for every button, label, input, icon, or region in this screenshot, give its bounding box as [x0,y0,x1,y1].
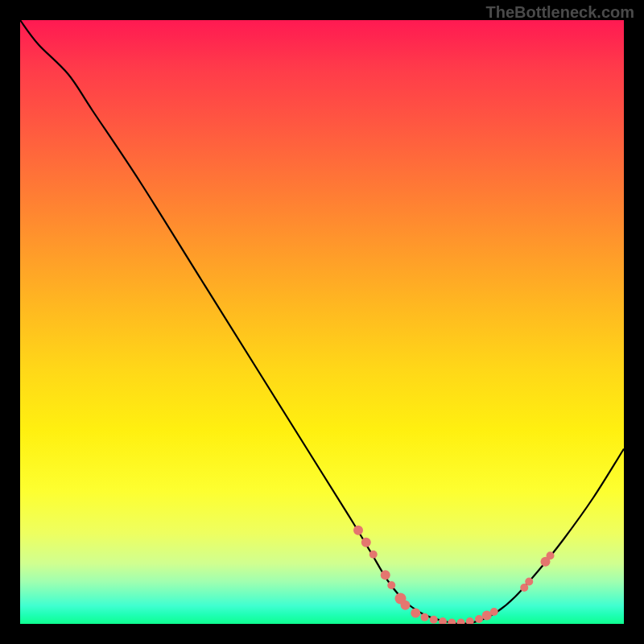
data-marker [381,570,390,580]
data-marker [401,601,411,610]
data-marker [466,617,474,624]
data-marker [490,608,498,616]
curve-chart [20,20,624,624]
data-marker [439,617,447,624]
data-marker [369,551,378,559]
data-marker [411,609,420,618]
data-marker [361,538,371,547]
data-marker [387,581,395,589]
data-marker [421,613,429,621]
data-markers [353,526,555,624]
watermark-text: TheBottleneck.com [486,3,634,22]
data-marker [457,619,465,625]
data-marker [448,619,456,625]
data-marker [547,551,555,559]
bottleneck-curve [20,20,624,624]
data-marker [525,578,533,586]
data-marker [475,615,483,623]
plot-area [20,20,624,624]
data-marker [430,616,438,624]
data-marker [353,526,363,535]
